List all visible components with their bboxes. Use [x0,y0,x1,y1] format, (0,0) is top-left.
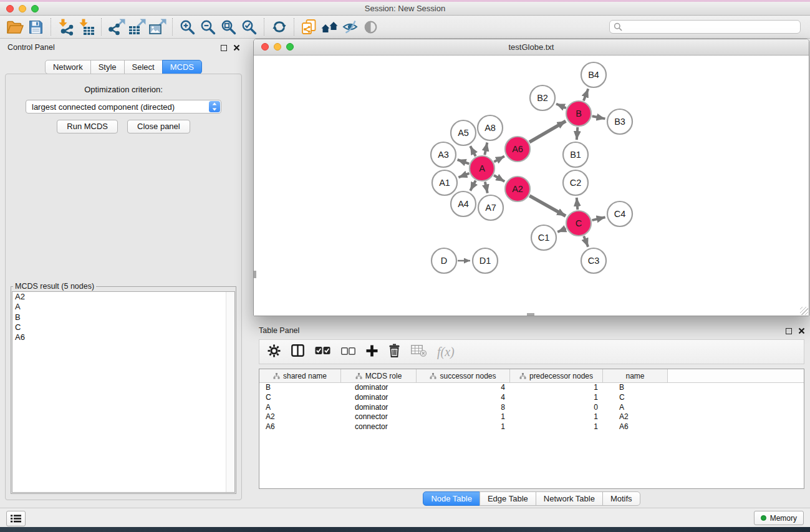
close-panel-icon[interactable] [233,44,240,51]
table-cell[interactable]: dominator [341,403,417,413]
network-from-selection-button[interactable] [299,17,319,36]
import-table-button[interactable] [76,17,97,36]
mcds-result-item[interactable]: B [12,312,234,322]
table-cell[interactable]: A2 [259,412,341,422]
first-neighbors-button[interactable] [319,17,340,36]
graph-edge-C-C1[interactable] [557,228,566,232]
table-cell[interactable]: 4 [417,393,510,403]
table-cell[interactable]: 1 [417,422,510,432]
show-all-button[interactable] [360,17,381,36]
graph-node-A2[interactable]: A2 [505,177,530,201]
graph-node-C3[interactable]: C3 [581,248,606,273]
add-column-button[interactable] [366,345,378,359]
delete-column-button[interactable] [388,344,400,360]
graph-node-A4[interactable]: A4 [451,191,476,216]
graph-node-C1[interactable]: C1 [531,225,556,250]
float-panel-icon[interactable] [786,328,792,334]
graph-node-B[interactable]: B [566,101,591,126]
list-scrollbar[interactable] [226,292,234,492]
graph-edge-A-A8[interactable] [485,143,487,155]
graph-edge-A-A3[interactable] [458,160,470,164]
graph-node-D1[interactable]: D1 [473,248,498,273]
graph-edge-C-C3[interactable] [584,236,588,246]
tab-node-table[interactable]: Node Table [423,491,480,506]
graph-node-B2[interactable]: B2 [530,85,555,110]
table-cell[interactable]: connector [341,422,417,432]
graph-node-D[interactable]: D [432,248,456,273]
graph-node-A8[interactable]: A8 [478,115,503,140]
network-graph[interactable]: B4B2BB3A8A5A6A3B1AA1C2A2A4A7C4CC1C3DD1 [254,56,809,316]
graph-node-A7[interactable]: A7 [478,195,503,220]
graph-node-C2[interactable]: C2 [563,170,588,195]
resize-grip[interactable] [800,307,808,315]
table-cell[interactable]: 1 [417,412,510,422]
graph-edge-C-C2[interactable] [577,198,578,210]
graph-node-A[interactable]: A [470,156,494,181]
network-canvas[interactable]: B4B2BB3A8A5A6A3B1AA1C2A2A4A7C4CC1C3DD1 [254,56,809,316]
search-input[interactable] [625,22,796,32]
graph-edge-A2-C[interactable] [529,196,566,216]
deselect-all-button[interactable] [341,346,355,357]
optimization-select[interactable]: largest connected component (directed) [26,100,221,114]
graph-node-A3[interactable]: A3 [431,142,456,167]
table-settings-button[interactable] [268,344,281,360]
graph-edge-B-B2[interactable] [556,104,566,109]
graph-edge-B-B1[interactable] [577,127,578,140]
graph-edge-B-B3[interactable] [592,116,605,118]
close-panel-icon[interactable] [798,327,805,334]
zoom-out-button[interactable] [198,17,218,36]
table-cell[interactable]: connector [341,412,417,422]
refresh-layout-button[interactable] [269,17,289,36]
minimize-window-button[interactable] [19,5,26,12]
close-window-button[interactable] [261,43,269,51]
table-cell[interactable]: B [259,383,341,393]
zoom-fit-button[interactable] [218,17,239,36]
network-window-titlebar[interactable]: testGlobe.txt [254,39,809,56]
graph-node-A6[interactable]: A6 [505,137,530,162]
graph-edge-C-C4[interactable] [592,217,605,220]
hide-selected-button[interactable] [340,17,360,36]
import-network-button[interactable] [55,17,76,36]
table-cell[interactable]: 1 [510,422,603,432]
tab-select[interactable]: Select [124,60,163,74]
run-mcds-button[interactable]: Run MCDS [57,120,118,133]
table-cell[interactable]: 8 [417,403,510,413]
minimize-window-button[interactable] [274,43,281,51]
export-table-button[interactable] [127,17,147,36]
graph-node-B1[interactable]: B1 [563,142,588,167]
export-image-button[interactable] [147,17,168,36]
table-cell[interactable]: 1 [510,412,603,422]
open-session-button[interactable] [5,17,26,36]
table-cell[interactable]: A6 [603,422,668,432]
graph-edge-A-A1[interactable] [458,173,469,178]
mcds-result-item[interactable]: A [12,302,234,312]
graph-node-A5[interactable]: A5 [451,120,476,145]
table-cell[interactable]: dominator [341,393,417,403]
mcds-result-list[interactable]: A2ABCA6 [12,291,235,493]
mcds-result-item[interactable]: A6 [12,332,234,342]
table-cell[interactable]: 4 [417,383,510,393]
column-header-predecessor-nodes[interactable]: predecessor nodes [510,369,603,382]
mcds-result-item[interactable]: A2 [12,292,234,302]
float-panel-icon[interactable] [221,45,227,51]
tab-style[interactable]: Style [90,60,125,74]
table-cell[interactable]: A2 [603,412,668,422]
column-header-successor-nodes[interactable]: successor nodes [417,369,510,382]
graph-edge-B-B4[interactable] [584,89,588,100]
table-cell[interactable]: 1 [510,393,603,403]
memory-button[interactable]: Memory [754,511,804,525]
mcds-result-item[interactable]: C [12,322,234,332]
table-cell[interactable]: A6 [259,422,341,432]
column-header-name[interactable]: name [603,369,668,382]
task-history-button[interactable] [6,511,26,526]
table-cell[interactable]: A [259,403,341,413]
tab-mcds[interactable]: MCDS [162,60,202,74]
zoom-window-button[interactable] [286,43,294,51]
column-header-MCDS-role[interactable]: MCDS role [341,369,417,382]
graph-edge-A-A5[interactable] [470,146,476,156]
table-cell[interactable]: dominator [341,383,417,393]
tab-edge-table[interactable]: Edge Table [480,491,536,506]
graph-edge-A6-B[interactable] [529,121,566,142]
graph-edge-A-A2[interactable] [494,175,504,181]
graph-node-B4[interactable]: B4 [581,62,606,87]
